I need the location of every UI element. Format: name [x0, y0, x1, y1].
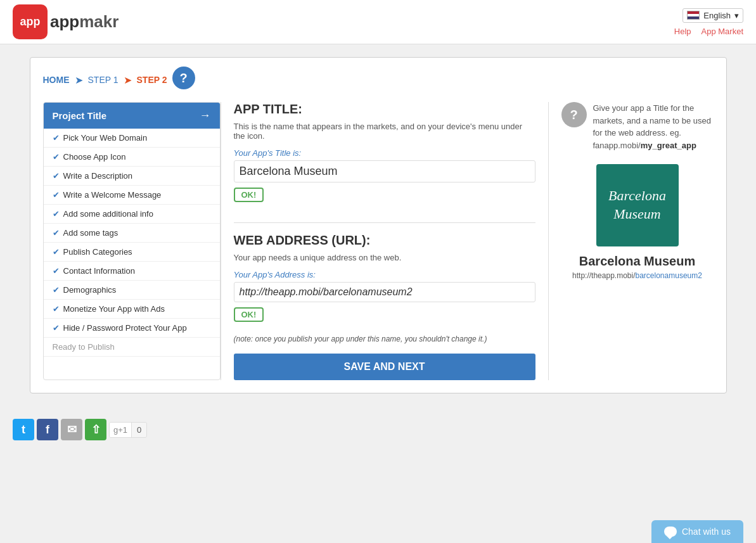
- preview-line2: Museum: [608, 205, 666, 224]
- breadcrumb: HOME ➤ STEP 1 ➤ STEP 2 ?: [43, 70, 714, 89]
- app-name-preview: Barcelona Museum: [579, 254, 695, 269]
- tip-question-icon: ?: [561, 102, 587, 127]
- app-market-link[interactable]: App Market: [702, 27, 743, 36]
- gplus-count: 0: [131, 423, 146, 437]
- preview-line1: Barcelona: [608, 187, 666, 205]
- sidebar-item-categories[interactable]: ✔ Publish Categories: [44, 243, 220, 262]
- check-icon-2: ✔: [53, 152, 60, 162]
- web-address-heading: WEB ADDRESS (URL):: [234, 233, 535, 248]
- arrow-icon-2: ➤: [124, 74, 132, 86]
- url-part1: http://theapp.mobi/: [240, 286, 324, 297]
- sidebar-label-11: Hide / Password Protect Your App: [63, 323, 187, 333]
- check-icon-10: ✔: [53, 304, 60, 314]
- sidebar-item-publish: Ready to Publish: [44, 338, 220, 357]
- app-preview-box: Barcelona Museum: [596, 164, 679, 246]
- check-icon-1: ✔: [53, 133, 60, 143]
- main-wrapper: HOME ➤ STEP 1 ➤ STEP 2 ? Project Title →…: [30, 57, 727, 393]
- preview-text: Barcelona Museum: [608, 187, 666, 223]
- facebook-button[interactable]: f: [37, 419, 58, 440]
- sidebar-label-8: Contact Information: [63, 266, 135, 276]
- top-nav-links: Help App Market: [674, 27, 743, 36]
- check-icon-11: ✔: [53, 323, 60, 333]
- logo-box: app: [13, 4, 48, 39]
- sidebar-item-additional-info[interactable]: ✔ Add some additional info: [44, 205, 220, 224]
- check-icon-3: ✔: [53, 171, 60, 181]
- middle-content: APP TITLE: This is the name that appears…: [221, 102, 549, 380]
- app-title-value: Barcelona Museum: [234, 160, 535, 182]
- app-title-section: APP TITLE: This is the name that appears…: [234, 102, 535, 212]
- sidebar: Project Title → ✔ Pick Your Web Domain ✔…: [43, 102, 221, 380]
- url-prefix: http://theapp.mobi/: [572, 271, 635, 280]
- logo-app: app: [50, 12, 79, 31]
- logo: app appmakr: [13, 4, 119, 39]
- sidebar-label-4: Write a Welcome Message: [63, 190, 162, 200]
- url-part2: barcelonamuseum2: [323, 286, 413, 297]
- sidebar-label-2: Choose App Icon: [63, 152, 126, 162]
- check-icon-5: ✔: [53, 209, 60, 219]
- sidebar-label-9: Demographics: [63, 285, 117, 295]
- save-and-next-button[interactable]: SAVE AND NEXT: [234, 354, 535, 380]
- gplus-box[interactable]: g+1 0: [109, 422, 147, 438]
- share-button[interactable]: ⇧: [85, 419, 106, 440]
- email-button[interactable]: ✉: [61, 419, 82, 440]
- breadcrumb-step1[interactable]: STEP 1: [88, 75, 119, 85]
- breadcrumb-home[interactable]: HOME: [43, 75, 70, 85]
- web-address-section: WEB ADDRESS (URL): Your app needs a uniq…: [234, 233, 535, 343]
- check-icon-6: ✔: [53, 228, 60, 238]
- content-layout: Project Title → ✔ Pick Your Web Domain ✔…: [43, 102, 714, 380]
- help-link[interactable]: Help: [674, 27, 691, 36]
- logo-makr: makr: [79, 12, 119, 31]
- sidebar-header: Project Title →: [44, 103, 220, 129]
- breadcrumb-step2: STEP 2: [137, 75, 167, 85]
- app-title-ok: OK!: [234, 188, 264, 202]
- sidebar-label-3: Write a Description: [63, 171, 133, 181]
- sidebar-item-tags[interactable]: ✔ Add some tags: [44, 224, 220, 243]
- url-slug: barcelonamuseum2: [636, 271, 702, 280]
- web-address-desc: Your app needs a unique address on the w…: [234, 253, 535, 262]
- sidebar-item-contact[interactable]: ✔ Contact Information: [44, 262, 220, 281]
- sidebar-item-password[interactable]: ✔ Hide / Password Protect Your App: [44, 319, 220, 338]
- sidebar-item-monetize[interactable]: ✔ Monetize Your App with Ads: [44, 300, 220, 319]
- web-address-field-label: Your App's Address is:: [234, 270, 535, 279]
- section-divider: [234, 222, 535, 223]
- arrow-icon-1: ➤: [75, 74, 83, 86]
- sidebar-label-1: Pick Your Web Domain: [63, 133, 148, 143]
- sidebar-item-app-icon[interactable]: ✔ Choose App Icon: [44, 148, 220, 167]
- sidebar-label-6: Add some tags: [63, 228, 119, 238]
- help-button[interactable]: ?: [172, 67, 195, 89]
- footer-social: t f ✉ ⇧ g+1 0: [0, 406, 756, 453]
- web-address-note: (note: once you publish your app under t…: [234, 335, 535, 343]
- twitter-icon: t: [22, 423, 25, 437]
- twitter-button[interactable]: t: [13, 419, 34, 440]
- language-label: English: [703, 11, 731, 20]
- language-selector[interactable]: English ▾: [682, 8, 743, 23]
- gplus-label: g+1: [110, 423, 131, 437]
- check-icon-9: ✔: [53, 285, 60, 295]
- sidebar-label-7: Publish Categories: [63, 247, 132, 257]
- sidebar-title: Project Title: [53, 110, 107, 121]
- share-icon: ⇧: [91, 423, 101, 437]
- sidebar-label-12: Ready to Publish: [53, 342, 115, 352]
- arrow-right-icon: →: [200, 109, 211, 122]
- tip-box: ? Give your app a Title for the markets,…: [561, 102, 714, 151]
- app-url-preview: http://theapp.mobi/barcelonamuseum2: [572, 271, 702, 280]
- logo-full: appmakr: [50, 12, 119, 32]
- check-icon-7: ✔: [53, 247, 60, 257]
- check-icon-4: ✔: [53, 190, 60, 200]
- top-bar: app appmakr English ▾ Help App Market: [0, 0, 756, 44]
- web-address-value: http://theapp.mobi/barcelonamuseum2: [234, 282, 535, 302]
- app-title-field-label: Your App's Title is:: [234, 148, 535, 158]
- chevron-down-icon: ▾: [734, 11, 739, 20]
- facebook-icon: f: [46, 423, 49, 437]
- sidebar-label-5: Add some additional info: [63, 209, 153, 219]
- top-right-controls: English ▾ Help App Market: [674, 8, 743, 36]
- logo-app-text: app: [20, 15, 40, 29]
- right-panel: ? Give your app a Title for the markets,…: [549, 102, 714, 380]
- sidebar-item-demographics[interactable]: ✔ Demographics: [44, 281, 220, 300]
- web-address-ok: OK!: [234, 307, 264, 322]
- app-title-desc: This is the name that appears in the mar…: [234, 122, 535, 141]
- app-title-heading: APP TITLE:: [234, 102, 535, 117]
- sidebar-item-description[interactable]: ✔ Write a Description: [44, 167, 220, 186]
- sidebar-item-web-domain[interactable]: ✔ Pick Your Web Domain: [44, 129, 220, 148]
- sidebar-item-welcome[interactable]: ✔ Write a Welcome Message: [44, 186, 220, 205]
